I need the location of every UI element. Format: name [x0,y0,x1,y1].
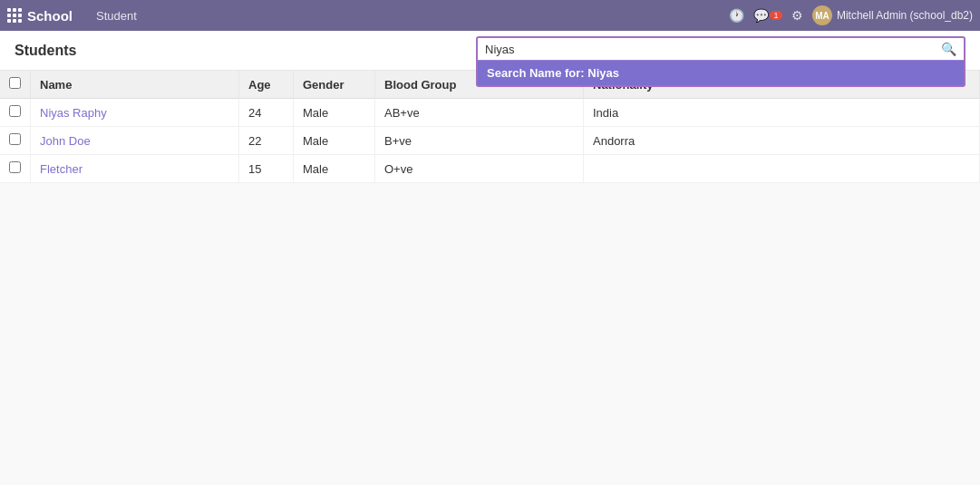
row-age: 15 [239,155,294,183]
header-gender[interactable]: Gender [294,71,375,99]
content-area [0,183,980,485]
row-checkbox-cell [0,99,31,127]
row-checkbox[interactable] [9,133,21,145]
row-blood-group: B+ve [375,127,584,155]
row-nationality: Andorra [584,127,980,155]
header-name[interactable]: Name [31,71,239,99]
search-input-row: 🔍 [478,38,964,60]
table-container: Name Age Gender Blood Group Nationality … [0,71,980,183]
row-gender: Male [294,99,375,127]
row-blood-group: AB+ve [375,99,584,127]
row-gender: Male [294,155,375,183]
search-dropdown-item[interactable]: Search Name for: Niyas [478,60,964,85]
table-row: John Doe 22 Male B+ve Andorra [0,127,980,155]
chat-badge: 1 [770,11,782,20]
table-body: Niyas Raphy 24 Male AB+ve India John Doe… [0,99,980,183]
search-dropdown-prefix: Search Name for: [487,66,585,80]
row-name: Fletcher [31,155,239,183]
row-checkbox-cell [0,155,31,183]
table-row: Fletcher 15 Male O+ve [0,155,980,183]
students-table: Name Age Gender Blood Group Nationality … [0,71,980,183]
header-checkbox-cell [0,71,31,99]
grid-icon[interactable] [7,8,22,23]
row-checkbox[interactable] [9,161,21,173]
top-navbar: School Student 🕐 💬1 ⚙ MA Mitchell Admin … [0,0,980,31]
row-name: Niyas Raphy [31,99,239,127]
header-age[interactable]: Age [239,71,294,99]
avatar: MA [812,5,832,25]
row-blood-group: O+ve [375,155,584,183]
search-box: 🔍 Search Name for: Niyas [476,36,965,87]
table-row: Niyas Raphy 24 Male AB+ve India [0,99,980,127]
row-gender: Male [294,127,375,155]
settings-icon[interactable]: ⚙ [791,8,803,23]
topbar-right: 🕐 💬1 ⚙ MA Mitchell Admin (school_db2) [729,5,973,25]
row-age: 22 [239,127,294,155]
row-nationality [584,155,980,183]
row-checkbox[interactable] [9,105,21,117]
clock-icon[interactable]: 🕐 [729,8,744,23]
chat-icon[interactable]: 💬1 [753,8,782,23]
search-input[interactable] [485,43,941,56]
search-dropdown-bold: Niyas [587,66,619,80]
nav-student[interactable]: Student [89,9,144,23]
row-checkbox-cell [0,127,31,155]
row-age: 24 [239,99,294,127]
username-label: Mitchell Admin (school_db2) [837,9,973,22]
row-name: John Doe [31,127,239,155]
app-title: School [27,8,73,24]
row-nationality: India [584,99,980,127]
user-menu[interactable]: MA Mitchell Admin (school_db2) [812,5,973,25]
sub-toolbar: Students Create Import 🔍 Search Name for… [0,31,980,71]
search-wrapper: 🔍 Search Name for: Niyas [476,36,965,87]
search-icon[interactable]: 🔍 [941,42,956,56]
select-all-checkbox[interactable] [9,77,21,89]
